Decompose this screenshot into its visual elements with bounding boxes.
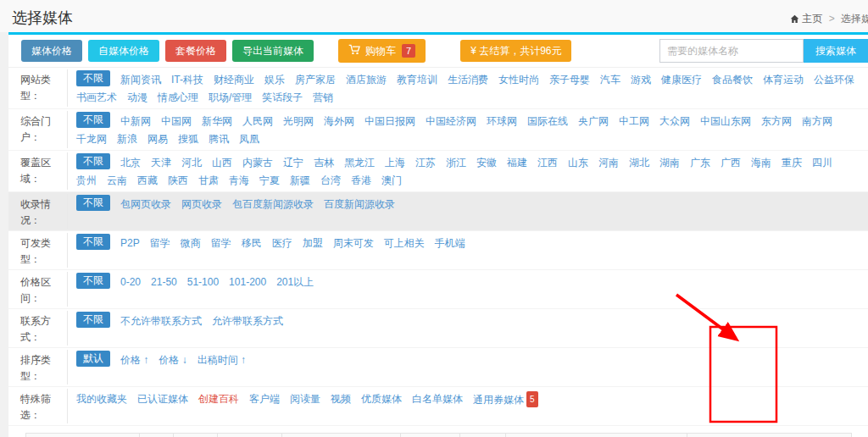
media-price-button[interactable]: 媒体价格 (21, 40, 82, 62)
filter-option[interactable]: 河北 (181, 153, 202, 171)
filter-selected-contact[interactable]: 不限 (76, 312, 110, 328)
filter-option[interactable]: 央广网 (578, 112, 609, 130)
filter-option[interactable]: 河南 (598, 153, 619, 171)
filter-option[interactable]: 上海 (385, 153, 405, 171)
filter-option[interactable]: 价格 ↑ (120, 351, 148, 368)
export-current-media-button[interactable]: 导出当前媒体 (232, 40, 314, 62)
filter-option[interactable]: 人民网 (242, 112, 273, 130)
filter-option[interactable]: 香港 (351, 171, 371, 189)
filter-option[interactable]: 中国经济网 (426, 112, 476, 130)
filter-option[interactable]: 情感心理 (158, 88, 198, 106)
filter-option[interactable]: IT-科技 (171, 70, 203, 88)
filter-option[interactable]: 职场/管理 (209, 88, 252, 106)
filter-option[interactable]: 北京 (120, 153, 141, 171)
filter-option[interactable]: 不允许带联系方式 (120, 312, 202, 329)
filter-option[interactable]: 福建 (507, 153, 527, 171)
filter-option[interactable]: 百度新闻源收录 (324, 195, 395, 213)
filter-option[interactable]: 娱乐 (264, 70, 285, 88)
cart-button[interactable]: 购物车 7 (338, 39, 426, 63)
filter-option[interactable]: 东方网 (761, 112, 792, 130)
filter-selected-sort[interactable]: 默认 (76, 351, 110, 367)
filter-option[interactable]: 重庆 (782, 153, 802, 171)
breadcrumb-home-link[interactable]: 主页 (802, 13, 822, 25)
filter-option[interactable]: 千龙网 (76, 130, 107, 147)
filter-option[interactable]: 视频 (331, 390, 351, 407)
filter-option[interactable]: 周末可发 (333, 234, 374, 252)
filter-option[interactable]: 已认证媒体 (137, 390, 188, 407)
filter-selected-post-type[interactable]: 不限 (76, 234, 110, 250)
filter-selected-site-type[interactable]: 不限 (76, 70, 110, 86)
filter-option[interactable]: 吉林 (314, 153, 334, 171)
filter-option[interactable]: 移民 (242, 234, 262, 252)
filter-option[interactable]: 通用券媒体5 (473, 390, 538, 408)
filter-option[interactable]: 游戏 (631, 70, 651, 88)
filter-option[interactable]: 出稿时间 ↑ (198, 351, 246, 368)
filter-option[interactable]: 湖北 (629, 153, 649, 171)
filter-option[interactable]: 中国日报网 (364, 112, 415, 130)
filter-option[interactable]: 陕西 (168, 171, 188, 189)
filter-option[interactable]: 山东 (568, 153, 588, 171)
filter-option[interactable]: 食品餐饮 (712, 70, 753, 88)
filter-option[interactable]: 贵州 (76, 171, 97, 189)
media-search-input[interactable] (659, 39, 804, 63)
filter-option[interactable]: 澳门 (381, 171, 402, 189)
package-price-button[interactable]: 套餐价格 (165, 40, 226, 62)
filter-option[interactable]: 内蒙古 (242, 153, 273, 171)
filter-option[interactable]: 我的收藏夹 (76, 390, 127, 407)
filter-option[interactable]: 包网页收录 (120, 195, 171, 213)
filter-option[interactable]: 大众网 (659, 112, 690, 130)
filter-option[interactable]: 中国网 (161, 112, 192, 130)
filter-option[interactable]: 阅读量 (290, 390, 320, 407)
filter-option[interactable]: 云南 (107, 171, 127, 189)
filter-option[interactable]: 21-50 (151, 273, 177, 290)
filter-option[interactable]: 女性时尚 (498, 70, 539, 88)
filter-option[interactable]: 创建百科 (198, 390, 239, 407)
filter-option[interactable]: 江苏 (415, 153, 436, 171)
filter-option[interactable]: 山西 (212, 153, 232, 171)
filter-option[interactable]: 网页收录 (181, 195, 222, 213)
filter-option[interactable]: 新浪 (117, 130, 137, 147)
filter-option[interactable]: 51-100 (187, 273, 219, 290)
filter-option[interactable]: 中工网 (619, 112, 649, 130)
filter-option[interactable]: 辽宁 (283, 153, 303, 171)
filter-selected-region[interactable]: 不限 (76, 153, 110, 169)
filter-option[interactable]: 营销 (313, 88, 333, 106)
filter-option[interactable]: 宁夏 (259, 171, 280, 189)
filter-option[interactable]: 环球网 (487, 112, 517, 130)
filter-option[interactable]: 海外网 (324, 112, 354, 130)
checkout-button[interactable]: ¥ 去结算，共计96元 (460, 40, 571, 62)
filter-option[interactable]: 台湾 (320, 171, 341, 189)
filter-option[interactable]: 新闻资讯 (120, 70, 161, 88)
filter-option[interactable]: 湖南 (659, 153, 680, 171)
filter-option[interactable]: 网易 (147, 130, 168, 147)
filter-option[interactable]: P2P (120, 234, 140, 252)
filter-option[interactable]: 浙江 (446, 153, 466, 171)
filter-option[interactable]: 客户端 (249, 390, 280, 407)
filter-option[interactable]: 黑龙江 (344, 153, 375, 171)
filter-option[interactable]: 广东 (690, 153, 710, 171)
filter-option[interactable]: 房产家居 (295, 70, 336, 88)
filter-option[interactable]: 南方网 (802, 112, 832, 130)
self-media-price-button[interactable]: 自媒体价格 (88, 40, 159, 62)
filter-option[interactable]: 搜狐 (178, 130, 198, 147)
filter-option[interactable]: 生活消费 (448, 70, 488, 88)
filter-option[interactable]: 加盟 (303, 234, 323, 252)
filter-option[interactable]: 中新网 (120, 112, 151, 130)
filter-option[interactable]: 笑话段子 (262, 88, 303, 106)
filter-selected-portal[interactable]: 不限 (76, 112, 110, 128)
filter-option[interactable]: 汽车 (600, 70, 620, 88)
filter-option[interactable]: 201以上 (276, 273, 314, 290)
filter-option[interactable]: 可上相关 (384, 234, 425, 252)
filter-option[interactable]: 书画艺术 (76, 88, 117, 106)
filter-option[interactable]: 四川 (812, 153, 832, 171)
filter-option[interactable]: 江西 (537, 153, 558, 171)
filter-option[interactable]: 天津 (151, 153, 171, 171)
filter-option[interactable]: 安徽 (476, 153, 497, 171)
filter-option[interactable]: 酒店旅游 (346, 70, 387, 88)
filter-option[interactable]: 微商 (181, 234, 201, 252)
filter-option[interactable]: 0-20 (120, 273, 141, 290)
filter-option[interactable]: 动漫 (127, 88, 147, 106)
filter-option[interactable]: 白名单媒体 (412, 390, 463, 407)
filter-option[interactable]: 甘肃 (198, 171, 219, 189)
filter-option[interactable]: 海南 (751, 153, 771, 171)
